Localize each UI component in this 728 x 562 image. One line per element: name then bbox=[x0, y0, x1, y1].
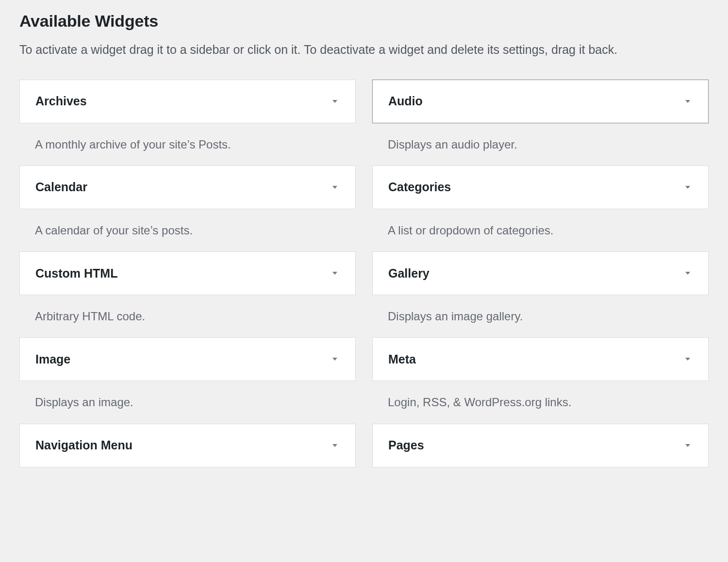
widget-title: Meta bbox=[388, 352, 416, 366]
widget-title: Image bbox=[35, 352, 70, 366]
widget-box[interactable]: Pages bbox=[372, 424, 709, 467]
widget-cell: CategoriesA list or dropdown of categori… bbox=[372, 165, 709, 251]
widget-description bbox=[19, 467, 356, 495]
widget-cell: CalendarA calendar of your site’s posts. bbox=[19, 165, 356, 251]
widget-box[interactable]: Navigation Menu bbox=[19, 424, 356, 467]
widget-cell: GalleryDisplays an image gallery. bbox=[372, 251, 709, 337]
widget-title: Audio bbox=[388, 94, 423, 108]
widget-box[interactable]: Custom HTML bbox=[19, 251, 356, 295]
widget-box[interactable]: Gallery bbox=[372, 251, 709, 295]
widget-description: Displays an audio player. bbox=[372, 123, 709, 165]
section-title: Available Widgets bbox=[19, 12, 709, 31]
widget-description: Displays an image gallery. bbox=[372, 295, 709, 337]
widget-box[interactable]: Categories bbox=[372, 165, 709, 209]
widget-title: Calendar bbox=[35, 180, 87, 194]
chevron-down-icon bbox=[330, 268, 340, 278]
widget-description: Arbitrary HTML code. bbox=[19, 295, 356, 337]
chevron-down-icon bbox=[683, 354, 693, 364]
widget-box[interactable]: Audio bbox=[372, 80, 709, 123]
widget-description: Displays an image. bbox=[19, 381, 356, 423]
widget-box[interactable]: Meta bbox=[372, 337, 709, 381]
chevron-down-icon bbox=[330, 182, 340, 192]
chevron-down-icon bbox=[330, 97, 340, 106]
widget-description: A list or dropdown of categories. bbox=[372, 209, 709, 251]
chevron-down-icon bbox=[683, 97, 693, 106]
chevron-down-icon bbox=[330, 441, 340, 450]
chevron-down-icon bbox=[683, 441, 693, 450]
widget-title: Custom HTML bbox=[35, 266, 117, 281]
widget-cell: Custom HTMLArbitrary HTML code. bbox=[19, 251, 356, 337]
widget-description: A monthly archive of your site’s Posts. bbox=[19, 123, 356, 165]
widget-title: Categories bbox=[388, 180, 451, 194]
chevron-down-icon bbox=[683, 268, 693, 278]
widget-cell: ArchivesA monthly archive of your site’s… bbox=[19, 80, 356, 165]
widget-grid: ArchivesA monthly archive of your site’s… bbox=[19, 80, 709, 495]
widget-title: Archives bbox=[35, 94, 87, 108]
widget-cell: ImageDisplays an image. bbox=[19, 337, 356, 423]
section-description: To activate a widget drag it to a sideba… bbox=[19, 40, 699, 59]
widget-title: Navigation Menu bbox=[35, 438, 132, 452]
widget-description: A calendar of your site’s posts. bbox=[19, 209, 356, 251]
widget-description: Login, RSS, & WordPress.org links. bbox=[372, 381, 709, 423]
widget-title: Pages bbox=[388, 438, 424, 452]
widget-cell: MetaLogin, RSS, & WordPress.org links. bbox=[372, 337, 709, 423]
widget-title: Gallery bbox=[388, 266, 430, 281]
widget-box[interactable]: Archives bbox=[19, 80, 356, 123]
widget-cell: Navigation Menu bbox=[19, 424, 356, 495]
widget-description bbox=[372, 467, 709, 495]
widget-box[interactable]: Image bbox=[19, 337, 356, 381]
chevron-down-icon bbox=[683, 182, 693, 192]
available-widgets-panel: Available Widgets To activate a widget d… bbox=[0, 0, 728, 495]
widget-cell: Pages bbox=[372, 424, 709, 495]
widget-box[interactable]: Calendar bbox=[19, 165, 356, 209]
chevron-down-icon bbox=[330, 354, 340, 364]
widget-cell: AudioDisplays an audio player. bbox=[372, 80, 709, 165]
